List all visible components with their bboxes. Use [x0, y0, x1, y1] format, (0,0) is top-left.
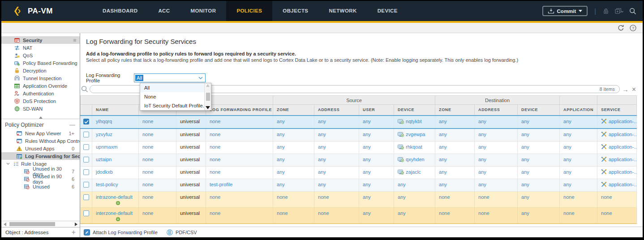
value-link[interactable]: any	[563, 144, 571, 150]
value-link[interactable]: any	[563, 182, 571, 187]
nav-tab-device[interactable]: DEVICE	[367, 1, 408, 21]
value-link[interactable]: zvgewpa	[406, 132, 425, 137]
value-link[interactable]: any	[439, 119, 447, 124]
value-link[interactable]: none	[563, 210, 574, 216]
sidebar-item-unused-apps[interactable]: Unused Apps0	[1, 145, 80, 152]
value-link[interactable]: none	[478, 210, 489, 216]
row-checkbox[interactable]	[83, 194, 89, 200]
clear-filter-close-icon[interactable]: ×	[631, 86, 637, 93]
value-link[interactable]: nqtykbt	[406, 119, 421, 124]
commit-button[interactable]: Commit	[542, 6, 588, 16]
value-link[interactable]: any	[277, 169, 285, 175]
sidebar-horizontal-scrollbar[interactable]	[1, 221, 80, 227]
value-link[interactable]: any	[363, 144, 371, 150]
value-link[interactable]: none	[601, 194, 612, 200]
rule-name-link[interactable]: jdodkxb	[96, 169, 113, 175]
nav-tab-monitor[interactable]: MONITOR	[180, 1, 227, 21]
value-link[interactable]: none	[142, 144, 153, 150]
collapse-icon[interactable]: —	[69, 121, 75, 128]
nav-tab-policies[interactable]: POLICIES	[226, 1, 272, 21]
row-checkbox[interactable]	[83, 210, 89, 216]
value-link[interactable]: any	[277, 144, 285, 150]
value-link[interactable]: any	[363, 169, 371, 175]
value-link[interactable]: any	[277, 182, 285, 187]
value-link[interactable]: none	[601, 210, 612, 216]
value-link[interactable]: any	[318, 157, 326, 162]
value-link[interactable]: none	[277, 194, 288, 200]
rule-name-link[interactable]: intrazone-default	[96, 194, 133, 200]
row-checkbox[interactable]	[83, 182, 89, 188]
rule-name-link[interactable]: test-policy	[96, 182, 118, 187]
value-link[interactable]: zajaclc	[406, 169, 421, 175]
value-link[interactable]: any	[398, 210, 406, 216]
value-link[interactable]: none	[210, 144, 220, 150]
value-link[interactable]: none	[210, 119, 220, 124]
value-link[interactable]: any	[363, 119, 371, 124]
value-link[interactable]: rhkqoat	[406, 144, 422, 150]
value-link[interactable]: any	[439, 132, 447, 137]
value-link[interactable]: any	[277, 119, 285, 124]
value-link[interactable]: any	[478, 169, 486, 175]
value-link[interactable]: qxyhden	[406, 157, 425, 162]
value-link[interactable]: none	[142, 169, 153, 175]
value-link[interactable]: any	[521, 210, 529, 216]
nav-tab-dashboard[interactable]: DASHBOARD	[92, 1, 148, 21]
nav-tab-network[interactable]: NETWORK	[318, 1, 367, 21]
sidebar-item-authentication[interactable]: Authentication	[1, 90, 80, 97]
sidebar-item-policy-based-forwarding[interactable]: Policy Based Forwarding	[1, 59, 80, 67]
value-link[interactable]: any	[521, 144, 529, 150]
value-link[interactable]: none	[563, 194, 574, 200]
value-link[interactable]: none	[210, 169, 220, 175]
value-link[interactable]: any	[318, 144, 326, 150]
value-link[interactable]: application-...	[609, 119, 636, 124]
value-link[interactable]: any	[363, 157, 371, 162]
rule-name-link[interactable]: ylhqqrq	[96, 119, 112, 124]
value-link[interactable]: none	[142, 182, 153, 187]
value-link[interactable]: application-...	[609, 182, 636, 187]
pane-splitter[interactable]	[1, 115, 80, 119]
save-config-icon[interactable]	[615, 8, 623, 14]
value-link[interactable]: none	[439, 210, 450, 216]
log-forwarding-profile-select[interactable]: All	[134, 73, 206, 82]
value-link[interactable]: any	[363, 182, 371, 187]
value-link[interactable]: none	[142, 119, 153, 124]
row-checkbox[interactable]	[83, 144, 89, 150]
value-link[interactable]: none	[142, 210, 153, 216]
value-link[interactable]: any	[563, 157, 571, 162]
value-link[interactable]: any	[478, 132, 486, 137]
value-link[interactable]: any	[439, 169, 447, 175]
refresh-icon[interactable]	[618, 25, 624, 31]
dropdown-option-none[interactable]: None	[140, 92, 204, 101]
value-link[interactable]: none	[210, 132, 220, 137]
rule-name-link[interactable]: uztaipn	[96, 157, 112, 162]
value-link[interactable]: any	[363, 132, 371, 137]
value-link[interactable]: none	[439, 194, 450, 200]
value-link[interactable]: none	[142, 194, 153, 200]
dropdown-scrollbar[interactable]	[204, 83, 211, 110]
value-link[interactable]: any	[563, 119, 571, 124]
help-icon[interactable]: ?	[630, 25, 636, 31]
add-icon[interactable]: +	[72, 229, 76, 236]
value-link[interactable]: none	[142, 157, 153, 162]
scroll-left-icon[interactable]	[4, 223, 6, 226]
row-checkbox[interactable]	[83, 132, 89, 137]
value-link[interactable]: none	[210, 210, 220, 216]
sidebar-item-qos[interactable]: QoSQoS	[1, 51, 80, 59]
value-link[interactable]: any	[398, 194, 406, 200]
nav-tab-objects[interactable]: OBJECTS	[272, 1, 318, 21]
value-link[interactable]: any	[521, 194, 529, 200]
value-link[interactable]: none	[478, 194, 489, 200]
value-link[interactable]: none	[210, 157, 220, 162]
value-link[interactable]: any	[363, 194, 371, 200]
pdf-csv-button[interactable]: PDF/CSV	[167, 229, 197, 236]
row-checkbox[interactable]	[83, 157, 89, 163]
value-link[interactable]: none	[277, 210, 288, 216]
value-link[interactable]: test-profile	[210, 182, 232, 187]
value-link[interactable]: any	[521, 182, 529, 187]
scroll-right-icon[interactable]	[75, 223, 77, 226]
value-link[interactable]: any	[521, 132, 529, 137]
value-link[interactable]: any	[439, 157, 447, 162]
value-link[interactable]: none	[210, 194, 220, 200]
scrollbar-thumb[interactable]	[9, 222, 55, 226]
value-link[interactable]: any	[398, 182, 406, 187]
